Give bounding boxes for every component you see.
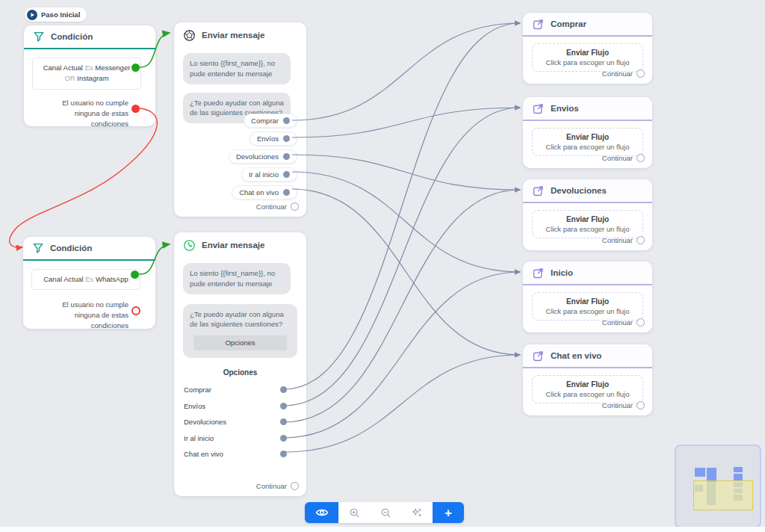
continue-label: Continuar: [256, 482, 287, 490]
send-flow-node[interactable]: Chat en vivo Enviar Flujo Click para esc…: [523, 344, 652, 415]
play-icon: [27, 10, 37, 20]
message-bubble-text: ¿Te puedo ayudar con alguna de las sigui…: [190, 310, 284, 329]
quick-reply-button[interactable]: Devoluciones: [229, 149, 297, 164]
flow-node-header: Devoluciones: [523, 179, 652, 203]
button-output-port[interactable]: [283, 171, 290, 178]
button-output-port[interactable]: [283, 189, 290, 196]
choose-flow-button[interactable]: Enviar Flujo Click para escoger un flujo: [532, 128, 643, 156]
quick-reply-label: Devoluciones: [236, 152, 279, 161]
node-title: Condición: [51, 32, 93, 41]
option-row[interactable]: Chat en vivo: [174, 446, 306, 463]
send-flow-node[interactable]: Envios Enviar Flujo Click para escoger u…: [523, 97, 652, 168]
option-output-port[interactable]: [280, 386, 287, 393]
send-flow-node[interactable]: Inicio Enviar Flujo Click para escoger u…: [523, 262, 652, 332]
minimap-node-block: [695, 468, 705, 477]
flow-node-title: Inicio: [551, 268, 573, 277]
canvas-toolbar: +: [305, 502, 464, 523]
condition-rule[interactable]: Canal Actual Es WhatsApp: [31, 269, 140, 290]
zoom-in-button[interactable]: [338, 502, 370, 523]
send-message-node-messenger[interactable]: Enviar mensaje Lo siento {{first_name}},…: [174, 22, 306, 217]
choose-flow-subtitle: Click para escoger un flujo: [536, 307, 639, 315]
continue-output-port[interactable]: [637, 401, 645, 409]
choose-flow-button[interactable]: Enviar Flujo Click para escoger un flujo: [532, 375, 643, 403]
button-output-port[interactable]: [283, 153, 290, 160]
continue-row[interactable]: Continuar: [602, 236, 645, 244]
flow-node-header: Chat en vivo: [523, 344, 652, 368]
choose-flow-subtitle: Click para escoger un flujo: [536, 143, 639, 151]
minimap-viewport[interactable]: [693, 480, 753, 510]
options-list-header: Opciones: [174, 368, 306, 377]
auto-arrange-button[interactable]: [401, 502, 433, 523]
flow-node-title: Envios: [551, 104, 579, 113]
output-port-match[interactable]: [131, 64, 140, 72]
rule-value: WhatsApp: [96, 275, 128, 283]
options-menu-button[interactable]: Opciones: [193, 335, 286, 350]
message-bubble[interactable]: Lo siento {{first_name}}, no pude entend…: [183, 53, 291, 84]
option-label: Devoluciones: [184, 418, 226, 426]
continue-row[interactable]: Continuar: [256, 482, 299, 490]
continue-row[interactable]: Continuar: [602, 318, 645, 327]
button-output-port[interactable]: [283, 117, 290, 124]
flow-node-header: Comprar: [523, 13, 652, 37]
send-flow-node[interactable]: Comprar Enviar Flujo Click para escoger …: [523, 13, 652, 84]
continue-output-port[interactable]: [637, 154, 645, 162]
message-node-header: Enviar mensaje: [174, 232, 306, 256]
zoom-out-button[interactable]: [370, 502, 401, 523]
node-title: Enviar mensaje: [202, 241, 264, 250]
quick-reply-button[interactable]: Ir al inicio: [241, 167, 297, 182]
quick-reply-button[interactable]: Comprar: [244, 114, 297, 128]
flow-node-title: Comprar: [551, 19, 586, 28]
quick-reply-button[interactable]: Envíos: [250, 132, 297, 146]
option-row[interactable]: Envíos: [174, 398, 306, 415]
flow-canvas[interactable]: Paso Inicial Condición Canal Actual Es M…: [0, 0, 765, 532]
flow-node-header: Envios: [523, 97, 652, 121]
button-output-port[interactable]: [283, 135, 290, 142]
quick-reply-label: Chat en vivo: [239, 188, 279, 197]
continue-row[interactable]: Continuar: [602, 69, 645, 78]
choose-flow-button[interactable]: Enviar Flujo Click para escoger un flujo: [532, 292, 643, 321]
add-step-button[interactable]: +: [433, 502, 464, 523]
output-port-else[interactable]: [131, 306, 140, 315]
option-output-port[interactable]: [280, 451, 287, 457]
continue-output-port[interactable]: [637, 69, 645, 78]
option-label: Comprar: [184, 386, 211, 394]
continue-output-port[interactable]: [637, 318, 645, 327]
continue-output-port[interactable]: [291, 482, 299, 490]
option-output-port[interactable]: [280, 403, 287, 409]
option-row[interactable]: Devoluciones: [174, 414, 306, 430]
minimap[interactable]: [675, 445, 761, 528]
continue-row[interactable]: Continuar: [256, 202, 299, 211]
quick-reply-button[interactable]: Chat en vivo: [232, 185, 297, 200]
continue-row[interactable]: Continuar: [602, 401, 645, 409]
continue-label: Continuar: [602, 401, 633, 409]
continue-label: Continuar: [602, 69, 633, 78]
external-link-icon: [532, 350, 545, 362]
send-message-node-whatsapp[interactable]: Enviar mensaje Lo siento {{first_name}},…: [174, 232, 306, 496]
option-row[interactable]: Ir al inicio: [174, 430, 306, 447]
node-title: Enviar mensaje: [202, 31, 264, 40]
start-step-badge[interactable]: Paso Inicial: [25, 7, 87, 22]
choose-flow-button[interactable]: Enviar Flujo Click para escoger un flujo: [532, 43, 643, 72]
output-port-match[interactable]: [131, 270, 139, 279]
message-bubble[interactable]: Lo siento {{first_name}}, no pude entend…: [183, 263, 291, 294]
rule-operator: Es: [85, 275, 93, 283]
section-divider: [183, 350, 297, 351]
condition-node-whatsapp[interactable]: Condición Canal Actual Es WhatsApp El us…: [23, 237, 155, 329]
option-row[interactable]: Comprar: [174, 382, 306, 398]
option-output-port[interactable]: [280, 418, 287, 425]
continue-row[interactable]: Continuar: [602, 154, 645, 162]
choose-flow-title: Enviar Flujo: [536, 133, 639, 141]
continue-output-port[interactable]: [291, 202, 299, 211]
condition-rule[interactable]: Canal Actual Es Messenger OR Instagram: [32, 58, 141, 90]
fit-view-button[interactable]: [305, 502, 338, 523]
option-label: Envíos: [184, 402, 205, 410]
send-flow-node[interactable]: Devoluciones Enviar Flujo Click para esc…: [523, 179, 652, 250]
output-port-else[interactable]: [131, 105, 140, 113]
zoom-in-icon: [349, 507, 360, 519]
condition-node-messenger[interactable]: Condición Canal Actual Es Messenger OR I…: [24, 25, 155, 126]
flow-node-title: Chat en vivo: [551, 351, 601, 360]
continue-output-port[interactable]: [637, 236, 645, 244]
flow-node-header: Inicio: [523, 262, 652, 285]
choose-flow-button[interactable]: Enviar Flujo Click para escoger un flujo: [532, 210, 643, 238]
option-output-port[interactable]: [280, 435, 287, 442]
